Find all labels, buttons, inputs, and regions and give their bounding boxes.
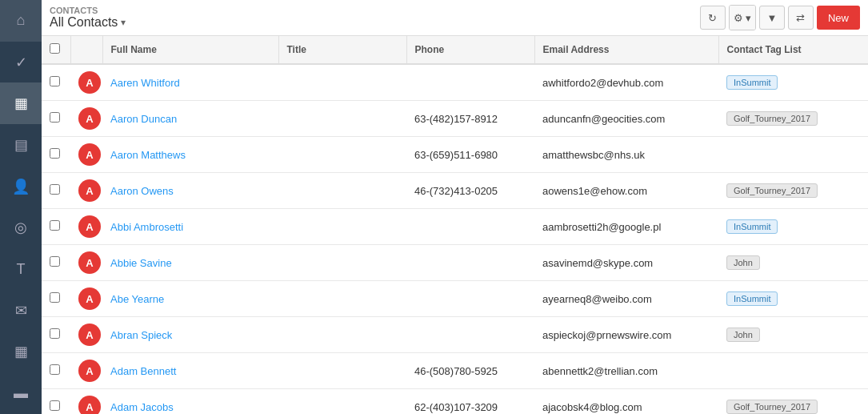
contact-phone (406, 281, 534, 317)
avatar: A (78, 396, 101, 414)
sidebar-item-goals[interactable]: ◎ (0, 207, 42, 249)
row-checkbox[interactable] (50, 364, 60, 375)
contact-name[interactable]: Abe Yearne (110, 293, 164, 305)
avatar: A (78, 179, 101, 202)
table-row: AAbran Spieckaspieckoj@prnewswire.comJoh… (42, 317, 868, 353)
avatar: A (78, 251, 101, 274)
sidebar-item-text[interactable]: T (0, 248, 42, 290)
table-row: AAdam Jacobs62-(403)107-3209ajacobsk4@bl… (42, 389, 868, 415)
contact-title (278, 101, 406, 137)
contact-email: amatthewsbc@nhs.uk (534, 137, 718, 173)
contact-tag-cell (718, 353, 868, 389)
contact-email: aspieckoj@prnewswire.com (534, 317, 718, 353)
contact-phone: 46-(732)413-0205 (406, 173, 534, 209)
topbar-actions: ↻ ⚙ ▾ ▼ ⇄ New (700, 5, 860, 30)
topbar-left: CONTACTS All Contacts ▾ (50, 6, 126, 30)
row-checkbox[interactable] (50, 112, 60, 123)
contact-name[interactable]: Aaron Matthews (110, 149, 186, 161)
contact-phone (406, 245, 534, 281)
select-all-checkbox[interactable] (50, 43, 60, 54)
contacts-table-container: Full Name Title Phone Email Address Cont… (42, 36, 868, 414)
columns-button[interactable]: ⇄ (788, 6, 814, 30)
col-header-avatar (70, 36, 102, 64)
new-button[interactable]: New (817, 6, 860, 30)
contact-name[interactable]: Adam Bennett (110, 365, 176, 377)
row-checkbox[interactable] (50, 292, 60, 303)
grid-icon: ▦ (14, 94, 28, 112)
row-checkbox[interactable] (50, 148, 60, 159)
contact-name[interactable]: Aaron Duncan (110, 113, 177, 125)
tag-badge: John (726, 255, 760, 270)
sidebar-item-home[interactable]: ⌂ (0, 0, 42, 42)
building-icon: ▤ (14, 136, 28, 154)
main-content: CONTACTS All Contacts ▾ ↻ ⚙ ▾ ▼ ⇄ New (42, 0, 868, 414)
row-checkbox[interactable] (50, 256, 60, 267)
contact-name[interactable]: Adam Jacobs (110, 401, 174, 413)
sidebar-item-mail[interactable]: ✉ (0, 290, 42, 332)
avatar: A (78, 287, 101, 310)
contact-email: abennettk2@trellian.com (534, 353, 718, 389)
contact-name[interactable]: Abran Spieck (110, 329, 172, 341)
table-row: AAbe Yearneayearneq8@weibo.comInSummit (42, 281, 868, 317)
calendar-icon: ▦ (14, 343, 28, 360)
table-row: AAdam Bennett46-(508)780-5925abennettk2@… (42, 353, 868, 389)
contact-title (278, 281, 406, 317)
sidebar-item-reports[interactable]: ▬ (0, 372, 42, 414)
contact-name[interactable]: Aaren Whitford (110, 77, 180, 89)
chevron-down-icon: ▾ (121, 17, 126, 28)
contact-phone: 63-(659)511-6980 (406, 137, 534, 173)
contacts-dropdown-label: All Contacts (50, 15, 118, 30)
refresh-button[interactable]: ↻ (700, 6, 726, 30)
contact-phone: 46-(508)780-5925 (406, 353, 534, 389)
avatar: A (78, 107, 101, 130)
sidebar-item-companies[interactable]: ▤ (0, 124, 42, 166)
contact-tag-cell: InSummit (718, 281, 868, 317)
sidebar-item-tasks[interactable]: ✓ (0, 42, 42, 83)
check-icon: ✓ (15, 54, 27, 71)
contacts-table: Full Name Title Phone Email Address Cont… (42, 36, 868, 414)
contact-email: asavinemd@skype.com (534, 245, 718, 281)
home-icon: ⌂ (17, 12, 26, 29)
sidebar-item-people[interactable]: 👤 (0, 166, 42, 207)
contact-tag-cell: John (718, 317, 868, 353)
row-checkbox[interactable] (50, 184, 60, 195)
avatar: A (78, 71, 101, 94)
contact-email: aowens1e@ehow.com (534, 173, 718, 209)
avatar: A (78, 143, 101, 166)
tag-badge: Golf_Tourney_2017 (726, 183, 818, 198)
text-icon: T (17, 261, 26, 278)
col-header-fullname: Full Name (102, 36, 278, 64)
contact-email: awhitfordo2@devhub.com (534, 64, 718, 101)
row-checkbox[interactable] (50, 400, 60, 411)
contact-tag-cell: Golf_Tourney_2017 (718, 173, 868, 209)
avatar: A (78, 215, 101, 238)
contact-title (278, 209, 406, 245)
table-row: AAaron Owens46-(732)413-0205aowens1e@eho… (42, 173, 868, 209)
target-icon: ◎ (14, 219, 27, 236)
sidebar-item-calendar[interactable]: ▦ (0, 332, 42, 373)
contact-email: ajacobsk4@blog.com (534, 389, 718, 415)
contact-title (278, 317, 406, 353)
row-checkbox[interactable] (50, 328, 60, 339)
filter-button[interactable]: ▼ (759, 6, 785, 30)
contact-title (278, 245, 406, 281)
contacts-dropdown[interactable]: All Contacts ▾ (50, 15, 126, 30)
contact-name[interactable]: Aaron Owens (110, 185, 174, 197)
tag-badge: Golf_Tourney_2017 (726, 400, 818, 414)
row-checkbox[interactable] (50, 220, 60, 231)
col-header-tag: Contact Tag List (718, 36, 868, 64)
col-header-check (42, 36, 70, 64)
mail-icon: ✉ (15, 302, 27, 320)
row-checkbox[interactable] (50, 76, 60, 86)
tag-badge: John (726, 328, 760, 342)
contact-phone (406, 209, 534, 245)
table-row: AAbbie Savineasavinemd@skype.comJohn (42, 245, 868, 281)
sidebar-item-contacts[interactable]: ▦ (0, 82, 42, 124)
settings-button[interactable]: ⚙ ▾ (730, 6, 755, 30)
reports-icon: ▬ (14, 385, 28, 402)
contact-name[interactable]: Abbie Savine (110, 257, 172, 269)
sidebar: ⌂ ✓ ▦ ▤ 👤 ◎ T ✉ ▦ ▬ (0, 0, 42, 414)
topbar: CONTACTS All Contacts ▾ ↻ ⚙ ▾ ▼ ⇄ New (42, 0, 868, 36)
contact-name[interactable]: Abbi Ambrosetti (110, 221, 183, 233)
avatar: A (78, 360, 101, 382)
